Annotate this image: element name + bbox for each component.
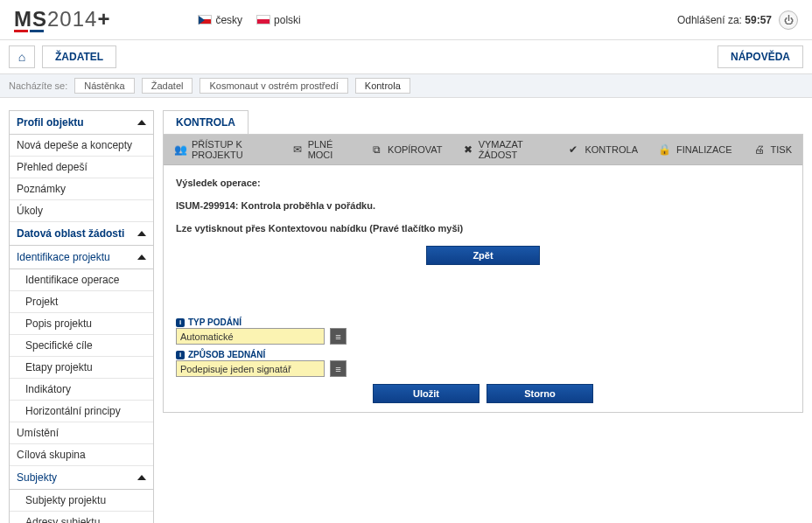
list-icon: ≡ — [335, 331, 340, 342]
copy-icon: ⧉ — [370, 143, 382, 156]
logout-timer: Odhlášení za: 59:57 — [677, 14, 772, 26]
app-header: MS2014+ česky polski Odhlášení za: 59:57… — [0, 0, 812, 40]
logo: MS2014+ — [14, 7, 110, 32]
action-kontrola[interactable]: ✔KONTROLA — [556, 135, 648, 164]
home-button[interactable]: ⌂ — [9, 45, 35, 68]
chevron-up-icon — [137, 255, 146, 260]
sidebar-item-poznamky[interactable]: Poznámky — [10, 178, 153, 200]
logo-year: 2014 — [47, 7, 97, 31]
logout-prefix: Odhlášení za: — [677, 14, 742, 26]
main-toolbar: ⌂ ŽADATEL NÁPOVĚDA — [0, 40, 812, 74]
zpusob-jednani-label: iZPŮSOB JEDNÁNÍ — [176, 350, 790, 359]
home-icon: ⌂ — [18, 50, 25, 64]
sidebar-item-indikatory[interactable]: Indikátory — [10, 379, 153, 401]
lang-pl-label: polski — [274, 14, 301, 26]
action-bar: 👥PŘÍSTUP K PROJEKTU ✉PLNÉ MOCI ⧉KOPÍROVA… — [164, 135, 802, 165]
sidebar-item-cilova[interactable]: Cílová skupina — [10, 444, 153, 466]
typ-podani-input[interactable] — [176, 328, 325, 345]
sidebar-item-ident-operace[interactable]: Identifikace operace — [10, 269, 153, 291]
storno-button[interactable]: Storno — [486, 384, 593, 403]
help-button[interactable]: NÁPOVĚDA — [718, 45, 803, 68]
result-print-hint: Lze vytisknout přes Kontextovou nabídku … — [176, 223, 790, 234]
action-finalizace[interactable]: 🔒FINALIZACE — [648, 135, 743, 164]
sidebar-item-ukoly[interactable]: Úkoly — [10, 200, 153, 222]
action-tisk[interactable]: 🖨TISK — [743, 135, 802, 164]
logout-time: 59:57 — [745, 14, 772, 26]
lock-icon: 🔒 — [659, 143, 671, 156]
sidebar-item-nova-deepse[interactable]: Nová depeše a koncepty — [10, 135, 153, 157]
chevron-up-icon — [137, 231, 146, 236]
logout-button[interactable]: ⏻ — [779, 10, 798, 30]
breadcrumb-item-0[interactable]: Nástěnka — [74, 78, 134, 94]
back-button[interactable]: Zpět — [426, 246, 540, 265]
info-icon: i — [176, 318, 185, 327]
flag-pl-icon — [256, 15, 270, 24]
list-icon: ≡ — [335, 364, 340, 374]
check-icon: ✔ — [567, 143, 579, 156]
sidebar-profil-header[interactable]: Profil objektu — [10, 111, 153, 135]
print-icon: 🖨 — [753, 143, 766, 156]
breadcrumb: Nacházíte se: Nástěnka Žadatel Kosmonaut… — [0, 74, 812, 98]
sidebar-item-prehled[interactable]: Přehled depeší — [10, 157, 153, 178]
zadatel-button[interactable]: ŽADATEL — [42, 45, 116, 68]
flag-cz-icon — [198, 15, 212, 24]
typ-podani-picker[interactable]: ≡ — [330, 328, 346, 345]
sidebar-item-projekt[interactable]: Projekt — [10, 291, 153, 313]
chevron-up-icon — [137, 475, 146, 480]
lang-cs-label: česky — [215, 14, 242, 26]
result-title: Výsledek operace: — [176, 178, 790, 188]
breadcrumb-item-3[interactable]: Kontrola — [355, 78, 410, 94]
sidebar: Profil objektu Nová depeše a koncepty Př… — [9, 110, 154, 523]
sidebar-item-umisteni[interactable]: Umístění — [10, 422, 153, 444]
sidebar-subjekty-header[interactable]: Subjekty — [10, 466, 153, 490]
action-pristup[interactable]: 👥PŘÍSTUP K PROJEKTU — [164, 135, 283, 164]
logo-suffix: + — [97, 7, 110, 31]
sidebar-item-adresy[interactable]: Adresy subjektu — [10, 512, 153, 523]
zpusob-jednani-picker[interactable]: ≡ — [330, 360, 346, 377]
people-icon: 👥 — [174, 143, 186, 156]
tab-kontrola[interactable]: KONTROLA — [163, 110, 248, 134]
action-kopirovat[interactable]: ⧉KOPÍROVAT — [360, 135, 453, 164]
action-plnemoci[interactable]: ✉PLNÉ MOCI — [283, 135, 360, 164]
language-switcher: česky polski — [198, 14, 300, 26]
info-icon: i — [176, 351, 185, 359]
action-vymazat[interactable]: ✖VYMAZAT ŽÁDOST — [453, 135, 557, 164]
zpusob-jednani-input[interactable] — [176, 360, 325, 377]
content-panel: KONTROLA 👥PŘÍSTUP K PROJEKTU ✉PLNÉ MOCI … — [163, 110, 803, 413]
breadcrumb-label: Nacházíte se: — [9, 80, 67, 91]
sidebar-ident-header[interactable]: Identifikace projektu — [10, 246, 153, 269]
mail-icon: ✉ — [293, 143, 303, 156]
save-button[interactable]: Uložit — [373, 384, 480, 403]
logo-prefix: MS — [14, 7, 47, 31]
typ-podani-label: iTYP PODÁNÍ — [176, 317, 790, 327]
main-area: Profil objektu Nová depeše a koncepty Př… — [0, 98, 812, 523]
lang-pl[interactable]: polski — [256, 14, 301, 26]
sidebar-item-subjekty-projektu[interactable]: Subjekty projektu — [10, 490, 153, 512]
sidebar-item-horizontal[interactable]: Horizontální principy — [10, 401, 153, 422]
breadcrumb-item-2[interactable]: Kosmonaut v ostrém prostředí — [200, 78, 347, 94]
sidebar-item-spec-cile[interactable]: Specifické cíle — [10, 335, 153, 357]
sidebar-item-etapy[interactable]: Etapy projektu — [10, 357, 153, 379]
result-message: ISUM-299914: Kontrola proběhla v pořádku… — [176, 200, 790, 211]
delete-icon: ✖ — [464, 143, 473, 156]
sidebar-item-popis[interactable]: Popis projektu — [10, 313, 153, 335]
sidebar-datova-header[interactable]: Datová oblast žádosti — [10, 222, 153, 246]
lang-cs[interactable]: česky — [198, 14, 242, 26]
breadcrumb-item-1[interactable]: Žadatel — [142, 78, 193, 94]
chevron-up-icon — [137, 120, 146, 125]
